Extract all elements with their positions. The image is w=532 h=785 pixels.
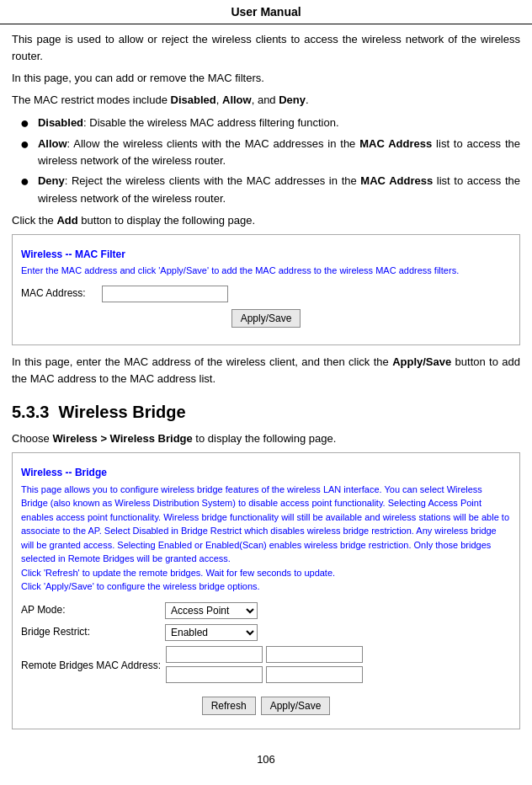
mac-filter-instruction: Enter the MAC address and click 'Apply/S… [21, 264, 511, 278]
bridge-restrict-select[interactable]: Enabled Disabled Enabled(Scan) [165, 624, 258, 641]
bridge-buttons-row: Refresh Apply/Save [21, 697, 511, 715]
section-number: 5.3.3 [12, 403, 49, 421]
remote-bridges-inputs [166, 646, 366, 686]
mac-inputs-row-2 [166, 666, 366, 683]
bridge-apply-save-button[interactable]: Apply/Save [261, 697, 331, 715]
ap-mode-row: AP Mode: Access Point Wireless Bridge [21, 602, 511, 619]
mac-apply-save-button[interactable]: Apply/Save [231, 309, 301, 328]
remote-mac-input-2b[interactable] [266, 666, 363, 683]
mac-filter-label: Wireless -- MAC Filter [21, 247, 511, 263]
mac-filter-box: Wireless -- MAC Filter Enter the MAC add… [12, 234, 520, 345]
click-add-text: Click the Add button to display the foll… [12, 212, 520, 229]
section-533-heading: 5.3.3 Wireless Bridge [12, 399, 520, 425]
apply-save-row: Apply/Save [21, 309, 511, 328]
bridge-restrict-label: Bridge Restrict: [21, 624, 160, 640]
page-title: User Manual [0, 0, 532, 24]
refresh-button[interactable]: Refresh [202, 697, 256, 715]
bullet-text-3: Deny: Reject the wireless clients with t… [38, 173, 520, 206]
bullet-text-2: Allow: Allow the wireless clients with t… [38, 136, 520, 169]
remote-mac-input-2a[interactable] [166, 666, 263, 683]
section-533-choose-text: Choose Wireless > Wireless Bridge to dis… [12, 430, 520, 447]
ap-mode-label: AP Mode: [21, 602, 160, 618]
bullet-icon-1: ● [20, 115, 29, 133]
wireless-bridge-nav: Wireless > Wireless Bridge [52, 432, 192, 445]
bullet-icon-3: ● [20, 173, 29, 191]
mac-address-label: MAC Address: [21, 286, 97, 302]
bridge-restrict-row: Bridge Restrict: Enabled Disabled Enable… [21, 624, 511, 641]
intro-para2: In this page, you can add or remove the … [12, 70, 520, 87]
deny-keyword: Deny [279, 93, 306, 106]
after-mac-text: In this page, enter the MAC address of t… [12, 354, 520, 387]
bridge-description: This page allows you to configure wirele… [21, 483, 511, 594]
bridge-section-label: Wireless -- Bridge [21, 465, 511, 481]
apply-save-inline-bold: Apply/Save [392, 355, 451, 368]
ap-mode-select[interactable]: Access Point Wireless Bridge [165, 602, 258, 619]
mac-address-input[interactable] [102, 286, 228, 302]
remote-mac-input-1a[interactable] [166, 646, 263, 663]
remote-bridges-row: Remote Bridges MAC Address: [21, 646, 511, 686]
allow-keyword: Allow [222, 93, 252, 106]
add-keyword: Add [56, 214, 77, 227]
bullet-icon-2: ● [20, 136, 29, 154]
intro-para1: This page is used to allow or reject the… [12, 31, 520, 65]
bridge-box: Wireless -- Bridge This page allows you … [12, 452, 520, 729]
intro-para3: The MAC restrict modes include Disabled,… [12, 92, 520, 109]
section-title: Wireless Bridge [59, 403, 186, 421]
bullet-allow: ● Allow: Allow the wireless clients with… [20, 136, 520, 169]
disabled-keyword: Disabled [171, 93, 216, 106]
bullet-text-1: Disabled: Disable the wireless MAC addre… [38, 115, 520, 131]
bullet-disabled: ● Disabled: Disable the wireless MAC add… [20, 115, 520, 133]
page-number: 106 [0, 745, 532, 771]
remote-bridges-label: Remote Bridges MAC Address: [21, 658, 161, 674]
mac-address-row: MAC Address: [21, 286, 511, 302]
bullet-deny: ● Deny: Reject the wireless clients with… [20, 173, 520, 206]
mac-inputs-row-1 [166, 646, 366, 663]
remote-mac-input-1b[interactable] [266, 646, 363, 663]
bullet-list: ● Disabled: Disable the wireless MAC add… [20, 115, 520, 207]
